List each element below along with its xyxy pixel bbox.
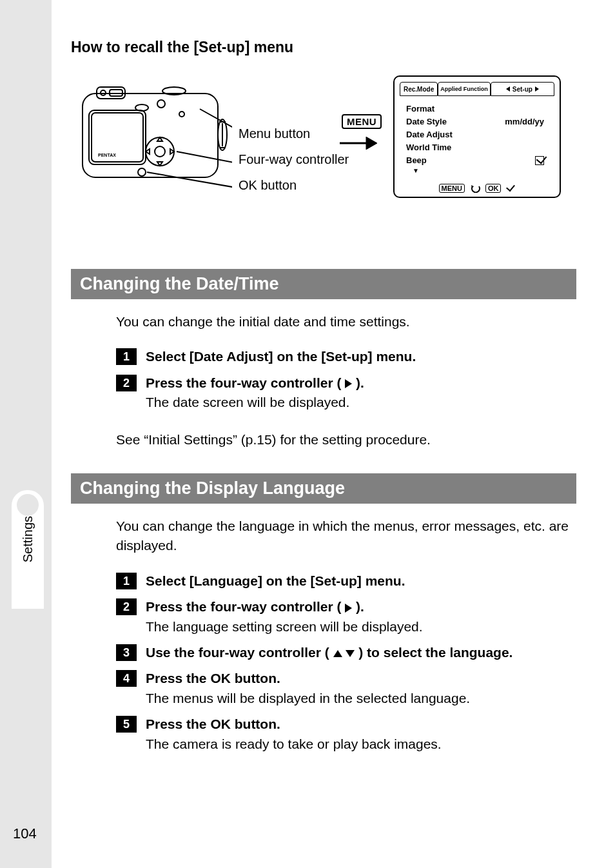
tri-left-icon xyxy=(506,86,510,92)
step-lang-2: 2 Press the four-way controller ( ). The… xyxy=(116,597,576,636)
left-gutter xyxy=(0,0,52,868)
lcd-footer-ok: OK xyxy=(485,184,502,193)
lcd-body: Format Date Style mm/dd/yy Date Adjust W… xyxy=(400,103,554,174)
page-number: 104 xyxy=(13,825,37,842)
step-dt-1: 1 Select [Date Adjust] on the [Set-up] m… xyxy=(116,347,576,366)
step-number: 3 xyxy=(116,644,137,661)
see-note: See “Initial Settings” (p.15) for the se… xyxy=(116,432,576,448)
step-body: Press the four-way controller ( ). The l… xyxy=(146,597,576,636)
menu-badge: MENU xyxy=(342,114,382,129)
lcd-tab-rec: Rec.Mode xyxy=(400,82,438,96)
section-bar-datetime: Changing the Date/Time xyxy=(71,269,576,299)
triangle-right-icon xyxy=(345,604,352,613)
lcd-label-date-style: Date Style xyxy=(406,115,447,128)
lcd-screen: Rec.Mode Applied Function Set-up Format … xyxy=(393,75,561,198)
lcd-footer-menu: MENU xyxy=(439,184,465,193)
lcd-tab-applied: Applied Function xyxy=(438,82,491,96)
page: Settings 104 How to recall the [Set-up] … xyxy=(0,0,615,868)
step-body: Select [Language] on the [Set-up] menu. xyxy=(146,571,576,591)
lcd-tabs: Rec.Mode Applied Function Set-up xyxy=(400,82,554,96)
checkbox-checked-icon xyxy=(535,156,544,165)
side-tab: Settings xyxy=(12,490,44,619)
lcd-row-beep: Beep xyxy=(406,154,554,167)
lcd-row-date-adjust: Date Adjust xyxy=(406,128,554,141)
tri-right-icon xyxy=(535,86,539,92)
step-number: 1 xyxy=(116,348,137,365)
svg-point-7 xyxy=(157,100,165,108)
step-dt-2: 2 Press the four-way controller ( ). The… xyxy=(116,373,576,413)
step-body: Use the four-way controller ( ) to selec… xyxy=(146,643,576,662)
section-bar-language: Changing the Display Language xyxy=(71,473,576,504)
lcd-down-arrow-icon: ▼ xyxy=(406,167,554,174)
step-title-pre: Press the four-way controller ( xyxy=(146,375,345,390)
lcd-label-date-adjust: Date Adjust xyxy=(406,128,453,141)
lcd-label-world-time: World Time xyxy=(406,141,451,154)
step-lang-3: 3 Use the four-way controller ( ) to sel… xyxy=(116,643,576,662)
steps-language: 1 Select [Language] on the [Set-up] menu… xyxy=(116,571,576,755)
step-lang-5: 5 Press the OK button. The camera is rea… xyxy=(116,715,576,754)
label-menu-button: Menu button xyxy=(239,121,349,146)
side-tab-body: Settings xyxy=(12,512,44,609)
step-number: 4 xyxy=(116,670,137,687)
label-ok-button: OK button xyxy=(239,172,349,198)
recall-heading: How to recall the [Set-up] menu xyxy=(71,39,576,56)
camera-illustration: PENTAX xyxy=(77,75,232,204)
svg-point-12 xyxy=(179,112,184,117)
triangle-up-icon xyxy=(333,650,342,657)
undo-icon xyxy=(470,184,480,193)
side-tab-label: Settings xyxy=(21,516,35,562)
step-desc: The menus will be displayed in the selec… xyxy=(146,691,470,705)
side-tab-bump-icon xyxy=(12,490,44,512)
step-number: 5 xyxy=(116,716,137,733)
step-title-pre: Use the four-way controller ( xyxy=(146,645,333,660)
lcd-row-date-style: Date Style mm/dd/yy xyxy=(406,115,554,128)
checkmark-icon xyxy=(506,184,515,192)
lcd-val-date-style: mm/dd/yy xyxy=(505,115,554,128)
lcd-label-format: Format xyxy=(406,103,434,115)
step-desc: The camera is ready to take or play back… xyxy=(146,736,442,751)
step-number: 2 xyxy=(116,598,137,615)
step-title-pre: Press the four-way controller ( xyxy=(146,599,345,614)
step-title: Select [Date Adjust] on the [Set-up] men… xyxy=(146,349,416,364)
step-title-post: ). xyxy=(352,375,364,390)
step-body: Select [Date Adjust] on the [Set-up] men… xyxy=(146,347,576,366)
step-title: Press the OK button. xyxy=(146,716,280,731)
steps-datetime: 1 Select [Date Adjust] on the [Set-up] m… xyxy=(116,347,576,412)
svg-text:PENTAX: PENTAX xyxy=(98,153,116,157)
arrow-right-icon xyxy=(338,137,377,150)
content-area: How to recall the [Set-up] menu xyxy=(52,0,615,868)
lcd-label-beep: Beep xyxy=(406,154,427,167)
step-body: Press the OK button. The menus will be d… xyxy=(146,669,576,708)
label-four-way: Four-way controller xyxy=(239,146,349,172)
step-number: 2 xyxy=(116,375,137,391)
lcd-row-format: Format xyxy=(406,103,554,115)
step-title-post: ). xyxy=(352,599,364,614)
intro-language: You can change the language in which the… xyxy=(116,517,576,556)
step-title: Select [Language] on the [Set-up] menu. xyxy=(146,573,405,588)
step-body: Press the four-way controller ( ). The d… xyxy=(146,373,576,413)
step-title: Press the OK button. xyxy=(146,671,280,686)
illustration-row: PENTAX Menu button Four-way controller O… xyxy=(71,75,576,243)
lcd-footer: MENU OK xyxy=(395,184,560,193)
triangle-right-icon xyxy=(345,379,352,388)
step-desc: The language setting screen will be disp… xyxy=(146,619,423,634)
triangle-down-icon xyxy=(346,650,355,657)
svg-point-10 xyxy=(155,146,165,157)
step-lang-4: 4 Press the OK button. The menus will be… xyxy=(116,669,576,708)
svg-point-11 xyxy=(138,168,146,176)
svg-line-15 xyxy=(177,152,232,164)
camera-labels: Menu button Four-way controller OK butto… xyxy=(239,121,349,198)
lcd-tab-setup: Set-up xyxy=(491,82,554,96)
step-title-post: ) to select the language. xyxy=(355,645,512,660)
step-lang-1: 1 Select [Language] on the [Set-up] menu… xyxy=(116,571,576,591)
lcd-row-world-time: World Time xyxy=(406,141,554,154)
intro-datetime: You can change the initial date and time… xyxy=(116,312,576,331)
step-number: 1 xyxy=(116,573,137,589)
step-body: Press the OK button. The camera is ready… xyxy=(146,715,576,754)
step-desc: The date screen will be displayed. xyxy=(146,395,349,409)
svg-line-16 xyxy=(147,172,232,189)
camera-svg-icon: PENTAX xyxy=(77,75,232,204)
lcd-tab-setup-label: Set-up xyxy=(512,86,532,93)
